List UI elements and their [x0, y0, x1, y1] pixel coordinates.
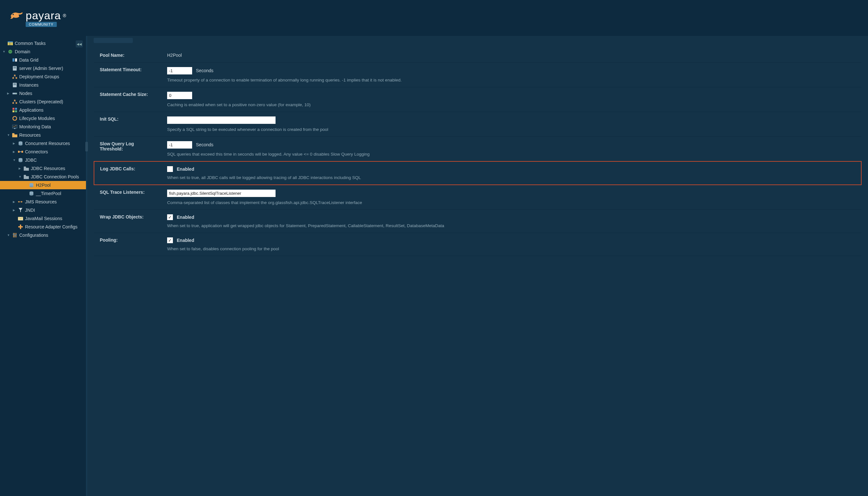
tree-item-jdbc[interactable]: ▼JDBC [0, 156, 86, 164]
tree-toggle-icon[interactable]: ▶ [13, 150, 16, 153]
tree-label: Lifecycle Modules [19, 116, 55, 121]
tab-bar-fragment [94, 38, 133, 43]
label-slow-query: Slow Query Log Threshold: [94, 137, 161, 162]
svg-rect-43 [24, 167, 26, 168]
row-slow-query: Slow Query Log Threshold: Seconds SQL qu… [94, 137, 861, 162]
label-log-jdbc: Log JDBC Calls: [94, 161, 161, 185]
label-init-sql: Init SQL: [94, 112, 161, 137]
tree-toggle-icon[interactable]: ▶ [19, 167, 22, 170]
folder-icon [12, 133, 17, 138]
tree-label: Configurations [19, 233, 48, 238]
db-icon [18, 141, 23, 146]
tree-item-domain[interactable]: ▼Domain [0, 47, 86, 56]
tree-item-monitoring-data[interactable]: Monitoring Data [0, 123, 86, 131]
row-init-sql: Init SQL: Specify a SQL string to be exe… [94, 112, 861, 137]
svg-point-36 [19, 144, 22, 146]
divider[interactable] [86, 36, 87, 496]
tree-toggle-icon[interactable]: ▼ [19, 175, 22, 179]
input-statement-cache[interactable] [167, 92, 192, 99]
tree-item-applications[interactable]: Applications [0, 106, 86, 114]
tree-label: JavaMail Sessions [25, 216, 62, 221]
tree-toggle-icon[interactable]: ▶ [13, 208, 16, 212]
tree-label: H2Pool [36, 183, 51, 188]
help-wrap-jdbc: When set to true, application will get w… [167, 223, 855, 228]
tree-label: Domain [15, 49, 30, 54]
tree-toggle-icon[interactable]: ▶ [13, 142, 16, 145]
tree-item-common-tasks[interactable]: Common Tasks [0, 39, 86, 47]
sidebar-collapse-button[interactable]: ◀◀ [76, 41, 83, 47]
tree-item-jms-resources[interactable]: ▶JMS Resources [0, 198, 86, 206]
svg-line-24 [13, 100, 15, 103]
tree-toggle-icon[interactable]: ▼ [7, 134, 10, 137]
svg-rect-33 [12, 133, 14, 134]
row-sql-trace: SQL Trace Listeners: Comma-separated lis… [94, 185, 861, 210]
tree-item-instances[interactable]: Instances [0, 81, 86, 89]
tree-toggle-icon[interactable]: ▼ [7, 234, 10, 237]
tree-item-data-grid[interactable]: Data Grid [0, 56, 86, 64]
tree-item-resources[interactable]: ▼Resources [0, 131, 86, 139]
svg-point-20 [16, 93, 16, 94]
row-statement-cache: Statement Cache Size: Caching is enabled… [94, 87, 861, 112]
tree-label: JMS Resources [25, 199, 57, 204]
tree-item-deployment-groups[interactable]: Deployment Groups [0, 73, 86, 81]
label-statement-timeout: Statement Timeout: [94, 63, 161, 87]
svg-rect-2 [8, 41, 13, 42]
tree-label: JNDI [25, 207, 35, 213]
unit-statement-timeout: Seconds [196, 68, 213, 73]
row-pool-name: Pool Name: H2Pool [94, 48, 861, 63]
input-init-sql[interactable] [167, 117, 275, 124]
input-sql-trace[interactable] [167, 190, 275, 197]
divider-handle[interactable] [85, 142, 88, 152]
folder-gray-icon [24, 174, 29, 179]
tree-item-clusters-deprecated-[interactable]: Clusters (Deprecated) [0, 97, 86, 106]
tree-label: Data Grid [19, 58, 38, 63]
tree-label: server (Admin Server) [19, 66, 63, 71]
server-icon [12, 82, 17, 88]
svg-rect-17 [14, 83, 16, 84]
tree-item-jdbc-connection-pools[interactable]: ▼JDBC Connection Pools [0, 173, 86, 181]
input-slow-query[interactable] [167, 141, 192, 149]
input-statement-timeout[interactable] [167, 67, 192, 74]
apps-icon [12, 107, 17, 113]
tree-item-connectors[interactable]: ▶Connectors [0, 148, 86, 156]
tree-item-nodes[interactable]: ▶Nodes [0, 89, 86, 97]
checkbox-wrap-jdbc[interactable]: ✓ [167, 214, 173, 220]
tree-item-configurations[interactable]: ▼Configurations [0, 231, 86, 239]
tree-label: Nodes [19, 91, 32, 96]
row-wrap-jdbc: Wrap JDBC Objects: ✓ Enabled When set to… [94, 210, 861, 233]
node-icon [12, 91, 17, 96]
svg-rect-6 [13, 58, 14, 62]
label-wrap-jdbc: Wrap JDBC Objects: [94, 210, 161, 233]
tree-item-server-admin-server-[interactable]: server (Admin Server) [0, 64, 86, 73]
checkbox-log-jdbc[interactable] [167, 166, 173, 172]
tree-label: Concurrent Resources [25, 141, 70, 146]
tree-label: JDBC Connection Pools [31, 174, 79, 179]
tree-item-lifecycle-modules[interactable]: Lifecycle Modules [0, 114, 86, 123]
tree-item-javamail-sessions[interactable]: JavaMail Sessions [0, 214, 86, 223]
help-statement-cache: Caching is enabled when set to a positiv… [167, 102, 855, 107]
db-icon [29, 183, 34, 188]
tree-item-jndi[interactable]: ▶JNDI [0, 206, 86, 214]
adapter-icon [18, 224, 23, 229]
tree-label: Connectors [25, 149, 48, 154]
checkbox-label-pooling: Enabled [177, 238, 194, 243]
svg-point-47 [30, 186, 33, 187]
tree-item-concurrent-resources[interactable]: ▶Concurrent Resources [0, 139, 86, 148]
tree-toggle-icon[interactable]: ▶ [13, 200, 16, 203]
svg-rect-38 [21, 151, 23, 153]
help-init-sql: Specify a SQL string to be executed when… [167, 127, 855, 132]
tree-toggle-icon[interactable]: ▼ [13, 158, 16, 162]
tree-item--timerpool[interactable]: __TimerPool [0, 189, 86, 198]
header: payara ® COMMUNITY [0, 0, 868, 36]
tree-item-h2pool[interactable]: H2Pool [0, 181, 86, 189]
svg-point-42 [19, 161, 22, 162]
svg-line-15 [15, 75, 16, 78]
mail-icon [18, 216, 23, 221]
svg-rect-37 [18, 151, 19, 153]
tree-item-jdbc-resources[interactable]: ▶JDBC Resources [0, 164, 86, 173]
tree-item-resource-adapter-configs[interactable]: Resource Adapter Configs [0, 223, 86, 231]
tree-toggle-icon[interactable]: ▼ [3, 50, 6, 53]
tree-toggle-icon[interactable]: ▶ [7, 92, 10, 95]
checkbox-pooling[interactable]: ✓ [167, 237, 173, 243]
tree-label: JDBC [25, 157, 37, 162]
